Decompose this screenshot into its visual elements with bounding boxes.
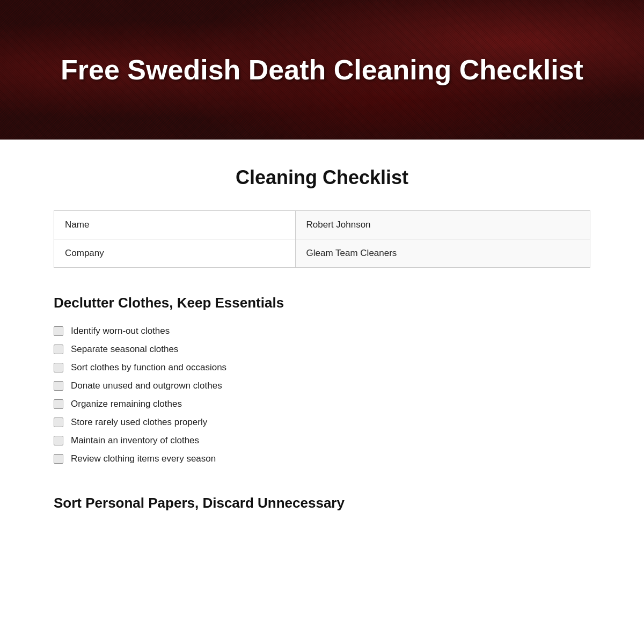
checkbox[interactable] — [54, 418, 63, 427]
list-item: Store rarely used clothes properly — [54, 413, 590, 431]
checkbox[interactable] — [54, 381, 63, 391]
list-item: Separate seasonal clothes — [54, 340, 590, 358]
checkbox[interactable] — [54, 363, 63, 372]
item-label: Sort clothes by function and occasions — [71, 362, 226, 373]
name-row: Name Robert Johnson — [54, 211, 590, 239]
list-item: Review clothing items every season — [54, 450, 590, 468]
company-row: Company Gleam Team Cleaners — [54, 239, 590, 268]
company-value: Gleam Team Cleaners — [295, 239, 590, 268]
list-item: Maintain an inventory of clothes — [54, 431, 590, 450]
list-item: Donate unused and outgrown clothes — [54, 377, 590, 395]
header-title: Free Swedish Death Cleaning Checklist — [18, 53, 626, 86]
main-content: Cleaning Checklist Name Robert Johnson C… — [0, 140, 644, 549]
list-item: Organize remaining clothes — [54, 395, 590, 413]
company-label: Company — [54, 239, 296, 268]
checklist-clothes: Identify worn-out clothes Separate seaso… — [54, 322, 590, 468]
item-label: Separate seasonal clothes — [71, 344, 178, 355]
section-title-papers: Sort Personal Papers, Discard Unnecessar… — [54, 495, 590, 511]
item-label: Maintain an inventory of clothes — [71, 435, 199, 446]
name-value: Robert Johnson — [295, 211, 590, 239]
list-item: Identify worn-out clothes — [54, 322, 590, 340]
page-title: Cleaning Checklist — [54, 166, 590, 189]
item-label: Identify worn-out clothes — [71, 326, 170, 336]
item-label: Store rarely used clothes properly — [71, 417, 207, 428]
info-table: Name Robert Johnson Company Gleam Team C… — [54, 210, 590, 268]
checkbox[interactable] — [54, 436, 63, 445]
item-label: Organize remaining clothes — [71, 399, 182, 409]
checkbox[interactable] — [54, 345, 63, 354]
list-item: Sort clothes by function and occasions — [54, 358, 590, 377]
page-header: Free Swedish Death Cleaning Checklist — [0, 0, 644, 140]
name-label: Name — [54, 211, 296, 239]
item-label: Review clothing items every season — [71, 453, 216, 464]
checkbox[interactable] — [54, 454, 63, 464]
checkbox[interactable] — [54, 399, 63, 409]
item-label: Donate unused and outgrown clothes — [71, 380, 222, 391]
section-title-clothes: Declutter Clothes, Keep Essentials — [54, 295, 590, 311]
checkbox[interactable] — [54, 326, 63, 336]
